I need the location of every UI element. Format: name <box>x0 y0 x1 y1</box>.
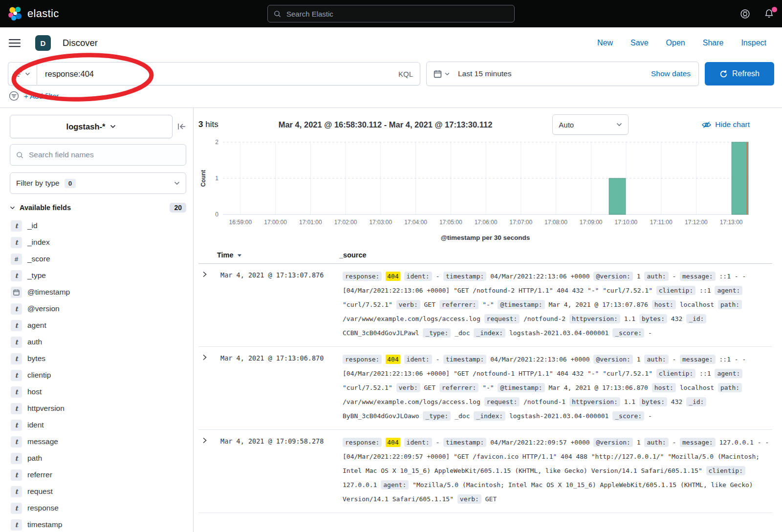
hide-chart-link[interactable]: Hide chart <box>702 120 750 129</box>
source-field-value: 04/Mar/2021:22:13:06 +0000 <box>490 356 590 363</box>
calendar-button[interactable] <box>427 70 456 78</box>
source-field-value: 432 <box>671 398 682 405</box>
alerts-bell-icon[interactable] <box>764 9 774 19</box>
source-field-badge: agent: <box>715 369 742 378</box>
chevron-down-icon <box>25 72 30 76</box>
expand-row-chevron-icon[interactable] <box>198 269 220 277</box>
source-field-badge: @version: <box>593 438 632 447</box>
query-input[interactable] <box>44 69 393 79</box>
field-item-_type[interactable]: t_type <box>10 267 186 284</box>
field-name: @version <box>27 304 60 313</box>
x-tick-label: 17:01:00 <box>299 219 322 226</box>
filter-by-type[interactable]: Filter by type 0 <box>10 172 186 194</box>
field-item-host[interactable]: thost <box>10 383 186 400</box>
field-item-path[interactable]: tpath <box>10 450 186 467</box>
source-field-badge: clientip: <box>656 286 695 295</box>
menu-item-save[interactable]: Save <box>630 39 648 47</box>
time-column-header[interactable]: Time <box>217 251 339 259</box>
collapse-sidebar-icon[interactable] <box>177 123 186 130</box>
x-tick-label: 17:05:00 <box>439 219 462 226</box>
source-field-badge: httpversion: <box>569 314 620 323</box>
header-menu: NewSaveOpenShareInspect <box>597 39 773 47</box>
field-item-agent[interactable]: tagent <box>10 317 186 334</box>
source-field-badge: _type: <box>423 328 451 338</box>
field-item-_score[interactable]: #_score <box>10 251 186 267</box>
field-name: response <box>27 504 59 512</box>
source-field-value: 127.0.0.1 <box>343 481 377 489</box>
field-item-_id[interactable]: t_id <box>10 217 186 234</box>
page-title: Discover <box>63 38 98 48</box>
source-field-badge: referrer: <box>439 383 478 392</box>
field-item-response[interactable]: tresponse <box>10 500 186 516</box>
menu-item-new[interactable]: New <box>597 39 613 47</box>
field-item-bytes[interactable]: tbytes <box>10 350 186 367</box>
histogram-svg[interactable]: 16:59:0017:00:0017:01:0017:02:0017:03:00… <box>198 137 758 230</box>
field-item-request[interactable]: trequest <box>10 483 186 500</box>
interval-select[interactable]: Auto <box>552 114 629 135</box>
field-type-string-icon: t <box>11 270 22 281</box>
available-fields-header[interactable]: Available fields 20 <box>10 203 186 213</box>
source-field-badge: clientip: <box>706 466 745 475</box>
chart-x-axis-title: @timestamp per 30 seconds <box>198 234 772 241</box>
field-item-httpversion[interactable]: thttpversion <box>10 400 186 417</box>
time-range-value[interactable]: Last 15 minutes <box>456 69 511 78</box>
field-search-input[interactable] <box>28 150 180 160</box>
x-tick-label: 17:08:00 <box>544 219 567 226</box>
field-item-_index[interactable]: t_index <box>10 234 186 251</box>
app-bar: D Discover NewSaveOpenShareInspect <box>0 27 782 59</box>
space-avatar[interactable]: D <box>35 35 51 51</box>
add-filter-link[interactable]: + Add filter <box>24 92 59 100</box>
field-item-timestamp[interactable]: ttimestamp <box>10 516 186 532</box>
index-pattern-selector[interactable]: logstash-* <box>10 115 173 138</box>
menu-icon[interactable] <box>9 39 22 47</box>
field-item-@timestamp[interactable]: @timestamp <box>10 284 186 300</box>
index-pattern-name: logstash-* <box>66 122 106 131</box>
field-type-string-icon: t <box>11 353 22 364</box>
field-item-ident[interactable]: tident <box>10 417 186 433</box>
field-item-auth[interactable]: tauth <box>10 334 186 350</box>
source-field-badge: timestamp: <box>443 272 486 281</box>
search-icon <box>274 10 281 18</box>
menu-item-share[interactable]: Share <box>703 39 724 47</box>
source-field-badge: _id: <box>686 314 706 323</box>
expand-row-chevron-icon[interactable] <box>198 435 220 444</box>
refresh-button[interactable]: Refresh <box>705 62 774 85</box>
source-field-badge: response: <box>343 355 382 364</box>
table-row: Mar 4, 2021 @ 17:13:06.870response: 404 … <box>198 347 772 430</box>
global-search-input[interactable] <box>285 9 508 19</box>
field-name: path <box>27 454 42 463</box>
menu-item-inspect[interactable]: Inspect <box>741 39 766 47</box>
show-dates-link[interactable]: Show dates <box>651 69 698 78</box>
field-item-clientip[interactable]: tclientip <box>10 367 186 383</box>
field-item-@version[interactable]: t@version <box>10 300 186 317</box>
field-type-number-icon: # <box>11 254 22 265</box>
elastic-logo[interactable]: elastic <box>8 6 59 21</box>
source-field-value: - <box>672 356 676 363</box>
help-icon[interactable] <box>740 9 750 19</box>
source-field-badge: bytes: <box>639 314 667 323</box>
menu-item-open[interactable]: Open <box>666 39 685 47</box>
expand-row-chevron-icon[interactable] <box>198 352 220 361</box>
query-language-button[interactable]: KQL <box>398 70 413 78</box>
field-item-message[interactable]: tmessage <box>10 433 186 450</box>
available-fields-label: Available fields <box>20 204 71 212</box>
x-tick-label: 17:00:00 <box>264 219 287 226</box>
chevron-down-icon <box>616 123 622 127</box>
field-search[interactable] <box>10 144 186 166</box>
source-field-value: /var/www/example.com/logs/access.log <box>343 398 480 405</box>
field-name: _id <box>27 221 38 230</box>
doc-source: response: 404 ident: - timestamp: 04/Mar… <box>343 352 772 423</box>
calendar-icon <box>434 70 442 78</box>
field-item-referrer[interactable]: treferrer <box>10 467 186 483</box>
query-menu-button[interactable] <box>8 62 37 85</box>
histogram-bar <box>732 142 748 214</box>
field-name: host <box>27 387 42 396</box>
source-field-badge: verb: <box>396 383 420 392</box>
highlighted-value: 404 <box>386 438 400 447</box>
global-search[interactable] <box>267 5 515 22</box>
source-field-badge: timestamp: <box>443 355 486 364</box>
source-field-badge: @timestamp: <box>498 300 544 309</box>
filter-circle-icon[interactable] <box>9 91 19 101</box>
source-field-value: "-" <box>482 384 494 391</box>
field-type-string-icon: t <box>11 453 22 464</box>
